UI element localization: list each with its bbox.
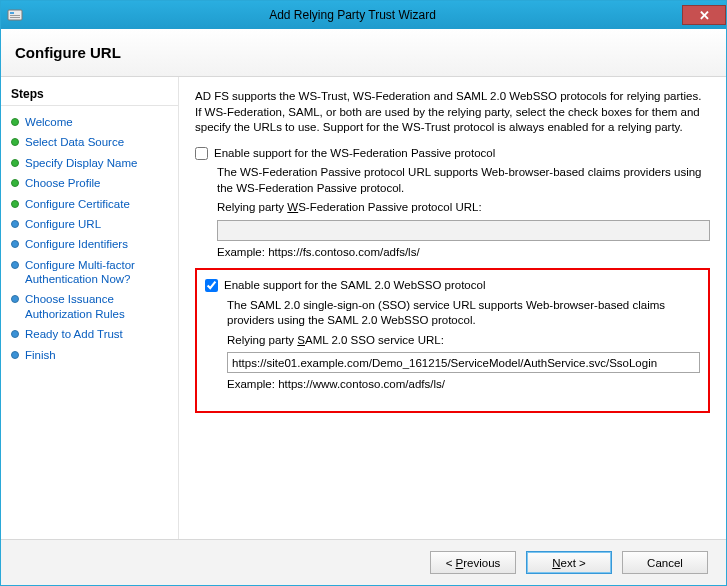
steps-sidebar: Steps WelcomeSelect Data SourceSpecify D…: [1, 77, 179, 539]
step-pending-icon: [11, 240, 19, 248]
sidebar-step-link[interactable]: Welcome: [25, 115, 73, 129]
sidebar-step-item[interactable]: Configure Multi-factor Authentication No…: [1, 255, 178, 290]
steps-heading: Steps: [1, 85, 178, 106]
svg-rect-1: [10, 12, 14, 14]
intro-text: AD FS supports the WS-Trust, WS-Federati…: [195, 89, 710, 136]
saml-highlight-box: Enable support for the SAML 2.0 WebSSO p…: [195, 268, 710, 413]
svg-rect-2: [10, 15, 20, 16]
window-title: Add Relying Party Trust Wizard: [23, 8, 682, 22]
sidebar-step-item[interactable]: Choose Profile: [1, 173, 178, 193]
sidebar-step-link[interactable]: Choose Profile: [25, 176, 100, 190]
wizard-header: Configure URL: [1, 29, 726, 77]
sidebar-step-item[interactable]: Configure Identifiers: [1, 234, 178, 254]
wizard-content: AD FS supports the WS-Trust, WS-Federati…: [179, 77, 726, 539]
sidebar-step-item[interactable]: Welcome: [1, 112, 178, 132]
wizard-footer: < Previous Next > Cancel: [1, 539, 726, 585]
next-button[interactable]: Next >: [526, 551, 612, 574]
sidebar-step-item[interactable]: Specify Display Name: [1, 153, 178, 173]
sidebar-step-item[interactable]: Select Data Source: [1, 132, 178, 152]
sidebar-step-link[interactable]: Ready to Add Trust: [25, 327, 123, 341]
sidebar-step-link[interactable]: Choose Issuance Authorization Rules: [25, 292, 170, 321]
step-done-icon: [11, 200, 19, 208]
saml-example: Example: https://www.contoso.com/adfs/ls…: [227, 377, 700, 393]
saml-url-input[interactable]: [227, 352, 700, 373]
step-pending-icon: [11, 330, 19, 338]
step-done-icon: [11, 179, 19, 187]
sidebar-step-link[interactable]: Configure URL: [25, 217, 101, 231]
wsfed-checkbox-row: Enable support for the WS-Federation Pas…: [195, 146, 710, 162]
wsfed-checkbox[interactable]: [195, 147, 208, 160]
saml-checkbox[interactable]: [205, 279, 218, 292]
previous-button[interactable]: < Previous: [430, 551, 516, 574]
wsfed-checkbox-label[interactable]: Enable support for the WS-Federation Pas…: [214, 146, 495, 162]
close-icon: ✕: [699, 9, 710, 22]
sidebar-step-item[interactable]: Ready to Add Trust: [1, 324, 178, 344]
sidebar-step-link[interactable]: Configure Identifiers: [25, 237, 128, 251]
step-pending-icon: [11, 261, 19, 269]
title-bar: Add Relying Party Trust Wizard ✕: [1, 1, 726, 29]
saml-checkbox-row: Enable support for the SAML 2.0 WebSSO p…: [205, 278, 700, 294]
app-icon: [7, 7, 23, 23]
page-title: Configure URL: [15, 44, 121, 61]
sidebar-step-link[interactable]: Configure Multi-factor Authentication No…: [25, 258, 170, 287]
cancel-button[interactable]: Cancel: [622, 551, 708, 574]
saml-checkbox-label[interactable]: Enable support for the SAML 2.0 WebSSO p…: [224, 278, 485, 294]
wsfed-url-input: [217, 220, 710, 241]
sidebar-step-link[interactable]: Configure Certificate: [25, 197, 130, 211]
sidebar-step-item[interactable]: Configure Certificate: [1, 194, 178, 214]
sidebar-step-item[interactable]: Choose Issuance Authorization Rules: [1, 289, 178, 324]
wsfed-example: Example: https://fs.contoso.com/adfs/ls/: [217, 245, 710, 261]
sidebar-step-link[interactable]: Finish: [25, 348, 56, 362]
step-done-icon: [11, 138, 19, 146]
sidebar-step-item[interactable]: Finish: [1, 345, 178, 365]
saml-block: The SAML 2.0 single-sign-on (SSO) servic…: [205, 298, 700, 393]
wsfed-field-label: Relying party WS-Federation Passive prot…: [217, 200, 710, 216]
wsfed-block: The WS-Federation Passive protocol URL s…: [195, 165, 710, 260]
sidebar-step-item[interactable]: Configure URL: [1, 214, 178, 234]
svg-rect-3: [10, 17, 20, 18]
step-done-icon: [11, 159, 19, 167]
wsfed-desc: The WS-Federation Passive protocol URL s…: [217, 165, 710, 196]
step-pending-icon: [11, 295, 19, 303]
saml-desc: The SAML 2.0 single-sign-on (SSO) servic…: [227, 298, 700, 329]
sidebar-step-link[interactable]: Specify Display Name: [25, 156, 137, 170]
step-pending-icon: [11, 220, 19, 228]
close-button[interactable]: ✕: [682, 5, 726, 25]
saml-field-label: Relying party SAML 2.0 SSO service URL:: [227, 333, 700, 349]
step-pending-icon: [11, 351, 19, 359]
step-done-icon: [11, 118, 19, 126]
sidebar-step-link[interactable]: Select Data Source: [25, 135, 124, 149]
